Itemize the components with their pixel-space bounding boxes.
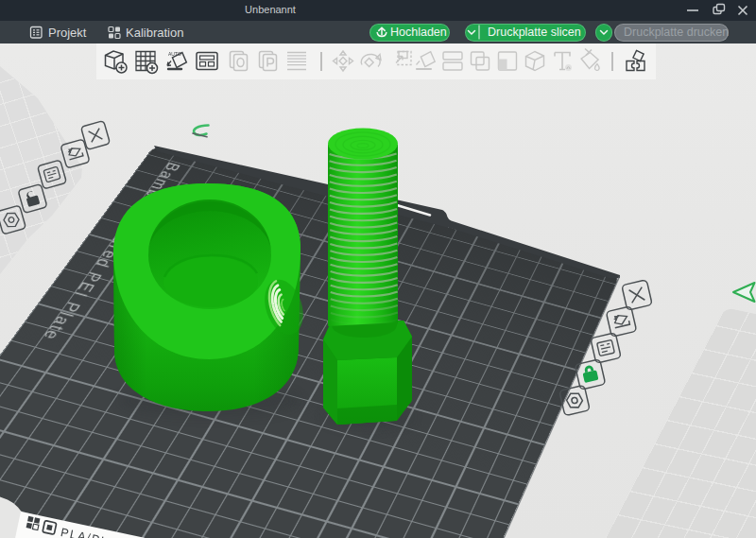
svg-text:Druckplatte slicen: Druckplatte slicen	[488, 26, 581, 39]
svg-text:AUTO: AUTO	[168, 51, 181, 57]
svg-text:Hochladen: Hochladen	[390, 26, 447, 39]
svg-text:Druckplatte drucken: Druckplatte drucken	[624, 26, 729, 39]
